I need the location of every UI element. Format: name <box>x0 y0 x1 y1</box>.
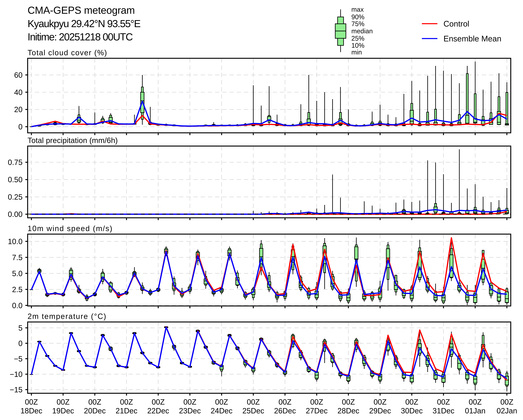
svg-text:00Z: 00Z <box>88 398 101 406</box>
svg-text:0.75: 0.75 <box>8 158 23 167</box>
svg-text:00Z: 00Z <box>152 398 165 406</box>
svg-text:27Dec: 27Dec <box>306 406 328 415</box>
svg-text:Initime: 20251218 00UTC: Initime: 20251218 00UTC <box>28 31 133 42</box>
svg-text:10%: 10% <box>351 42 364 49</box>
svg-text:0: 0 <box>18 122 23 131</box>
svg-text:10.0: 10.0 <box>8 237 23 246</box>
svg-text:Total cloud cover (%): Total cloud cover (%) <box>28 48 107 57</box>
svg-text:0.25: 0.25 <box>8 193 23 201</box>
svg-text:0.0: 0.0 <box>12 301 23 310</box>
svg-text:00Z: 00Z <box>405 398 418 406</box>
svg-text:60: 60 <box>14 71 23 79</box>
svg-text:Total precipitation (mm/6h): Total precipitation (mm/6h) <box>28 136 118 145</box>
svg-text:00Z: 00Z <box>310 398 323 406</box>
svg-text:00Z: 00Z <box>57 398 70 406</box>
svg-text:28Dec: 28Dec <box>337 406 360 415</box>
svg-text:00Z: 00Z <box>183 398 196 406</box>
svg-text:26Dec: 26Dec <box>274 406 296 415</box>
svg-text:0.50: 0.50 <box>8 175 23 184</box>
svg-text:30Dec: 30Dec <box>401 406 423 415</box>
svg-text:19Dec: 19Dec <box>52 406 74 415</box>
svg-text:max: max <box>351 6 364 13</box>
svg-text:20Dec: 20Dec <box>84 406 106 415</box>
svg-text:23Dec: 23Dec <box>179 406 201 415</box>
svg-text:00Z: 00Z <box>437 398 450 406</box>
svg-text:00Z: 00Z <box>278 398 292 406</box>
svg-text:00Z: 00Z <box>215 398 228 406</box>
svg-text:−15: −15 <box>10 386 23 394</box>
svg-text:00Z: 00Z <box>247 398 260 406</box>
svg-text:25%: 25% <box>351 35 364 42</box>
svg-text:00Z: 00Z <box>500 398 513 406</box>
svg-text:5.0: 5.0 <box>12 269 23 278</box>
svg-text:CMA-GEPS meteogram: CMA-GEPS meteogram <box>28 4 135 16</box>
svg-text:7.5: 7.5 <box>12 253 23 262</box>
svg-text:median: median <box>351 27 373 35</box>
svg-text:00Z: 00Z <box>120 398 133 406</box>
svg-text:29Dec: 29Dec <box>369 406 391 415</box>
svg-text:5: 5 <box>18 324 23 332</box>
svg-text:2.5: 2.5 <box>12 285 23 294</box>
svg-text:Control: Control <box>443 19 469 28</box>
svg-text:Ensemble Mean: Ensemble Mean <box>443 34 501 43</box>
svg-text:22Dec: 22Dec <box>147 406 169 415</box>
svg-text:20: 20 <box>14 105 23 114</box>
svg-text:25Dec: 25Dec <box>242 406 264 415</box>
svg-text:0: 0 <box>18 339 23 347</box>
svg-text:01Jan: 01Jan <box>465 406 485 415</box>
svg-text:min: min <box>351 48 362 56</box>
svg-text:00Z: 00Z <box>469 398 482 406</box>
svg-text:40: 40 <box>14 88 23 97</box>
svg-text:−5: −5 <box>14 355 23 363</box>
svg-text:31Dec: 31Dec <box>433 406 454 415</box>
svg-text:2m temperature (°C): 2m temperature (°C) <box>28 312 106 321</box>
svg-text:0.00: 0.00 <box>8 210 23 218</box>
svg-text:00Z: 00Z <box>25 398 38 406</box>
svg-text:90%: 90% <box>351 13 364 21</box>
svg-text:−10: −10 <box>10 370 23 379</box>
svg-text:75%: 75% <box>351 20 364 27</box>
svg-text:18Dec: 18Dec <box>20 406 42 415</box>
svg-text:00Z: 00Z <box>374 398 387 406</box>
svg-text:Kyaukpyu 29.42°N 93.55°E: Kyaukpyu 29.42°N 93.55°E <box>28 18 141 29</box>
svg-text:24Dec: 24Dec <box>211 406 232 415</box>
svg-text:00Z: 00Z <box>342 398 355 406</box>
svg-text:21Dec: 21Dec <box>115 406 137 415</box>
svg-text:10m wind speed (m/s): 10m wind speed (m/s) <box>28 224 112 233</box>
svg-text:02Jan: 02Jan <box>497 406 517 415</box>
